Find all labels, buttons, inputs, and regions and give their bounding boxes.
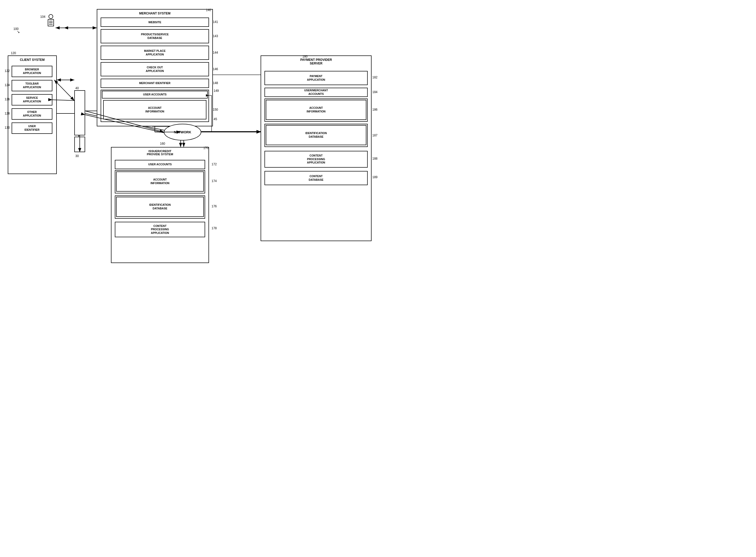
- content-processing-issuer-box: CONTENTPROCESSINGAPPLICATION: [115, 222, 205, 237]
- ref-45: 45: [214, 117, 217, 121]
- ref-126: 126: [5, 97, 10, 101]
- ref-172: 172: [212, 163, 217, 166]
- ref-30: 30: [75, 154, 79, 158]
- account-information-merchant-box: ACCOUNTINFORMATION: [103, 100, 206, 119]
- toolbar-application-box: TOOLBARAPPLICATION: [11, 80, 52, 91]
- client-system-label: CLIENT SYSTEM: [8, 58, 56, 62]
- arrow-100: ↘: [17, 30, 20, 34]
- box-30: [74, 137, 85, 152]
- id-database-issuer-box: IDENTIFICATIONDATABASE: [116, 197, 204, 217]
- ref-186: 186: [372, 108, 377, 111]
- network-label: NETWORK: [174, 130, 191, 134]
- products-database-box: PRODUCTS/SERVICEDATABASE: [101, 29, 209, 43]
- content-processing-payment-box: CONTENTPROCESSINGAPPLICATION: [264, 151, 368, 168]
- ref-141: 141: [213, 20, 218, 24]
- ref-182: 182: [372, 76, 377, 79]
- ref-187: 187: [372, 134, 377, 137]
- browser-application-box: BROWSERAPPLICATION: [11, 66, 52, 77]
- person-lines-104: [49, 21, 53, 25]
- user-accounts-box: USER ACCOUNTS: [102, 91, 208, 98]
- merchant-system-label: MERCHANT SYSTEM: [97, 11, 212, 15]
- other-application-box: OTHERAPPLICATION: [11, 108, 52, 120]
- ref-149: 149: [214, 89, 219, 93]
- user-identifier-box: USERIDENTIFIER: [11, 122, 52, 134]
- ref-180: 180: [302, 55, 308, 58]
- payment-provider-label: PAYMENT PROVIDERSERVER: [261, 58, 371, 65]
- person-body-104: [48, 19, 54, 26]
- ref-130: 130: [5, 126, 10, 129]
- content-database-payment-box: CONTENTDATABASE: [264, 171, 368, 185]
- merchant-identifier-box: MERCHANT IDENTIFIER: [101, 79, 209, 88]
- person-104: [48, 14, 54, 26]
- website-box: WEBSITE: [101, 18, 209, 27]
- user-merchant-accounts-box: USER/MERCHANTACCOUNTS: [264, 88, 368, 97]
- marketplace-application-box: MARKET PLACEAPPLICATION: [101, 46, 209, 60]
- account-info-issuer-box: ACCOUNTINFORMATION: [116, 172, 204, 192]
- ref-189: 189: [372, 175, 377, 179]
- ref-128: 128: [5, 112, 10, 115]
- person-head-104: [49, 14, 53, 19]
- ref-143: 143: [213, 34, 218, 38]
- box-40: [74, 90, 85, 136]
- ref-150: 150: [213, 108, 218, 111]
- ref-148: 148: [213, 81, 218, 85]
- ref-160: 160: [160, 142, 165, 145]
- ref-188: 188: [372, 157, 377, 160]
- svg-line-20: [54, 80, 74, 100]
- network-ellipse: NETWORK: [164, 124, 201, 141]
- ref-178: 178: [212, 227, 217, 230]
- diagram: 100 ↘ 104 102 CLIENT SYSTEM 120 BRO: [0, 0, 378, 278]
- account-info-payment-box: ACCOUNTINFORMATION: [266, 100, 366, 120]
- ref-140: 140: [206, 8, 211, 12]
- ref-170: 170: [203, 146, 208, 150]
- ref-40: 40: [75, 86, 79, 90]
- id-database-payment-box: IDENTIFICATIONDATABASE: [266, 125, 366, 145]
- ref-124: 124: [5, 83, 10, 87]
- ref-120: 120: [11, 51, 16, 55]
- user-accounts-issuer-box: USER ACCOUNTS: [115, 160, 205, 169]
- ref-104: 104: [40, 15, 46, 19]
- ref-122: 122: [5, 69, 10, 73]
- payment-application-box: PAYMENTAPPLICATION: [264, 71, 368, 85]
- issuer-system-label: ISSUER/CREDITPROVIDE SYSTEM: [111, 150, 208, 156]
- ref-176: 176: [212, 204, 217, 208]
- ref-144: 144: [213, 51, 218, 54]
- service-application-box: SERVICEAPPLICATION: [11, 94, 52, 106]
- checkout-application-box: CHECK OUTAPPLICATION: [101, 62, 209, 76]
- ref-146: 146: [213, 67, 218, 71]
- ref-174: 174: [212, 179, 217, 183]
- ref-184: 184: [372, 90, 377, 94]
